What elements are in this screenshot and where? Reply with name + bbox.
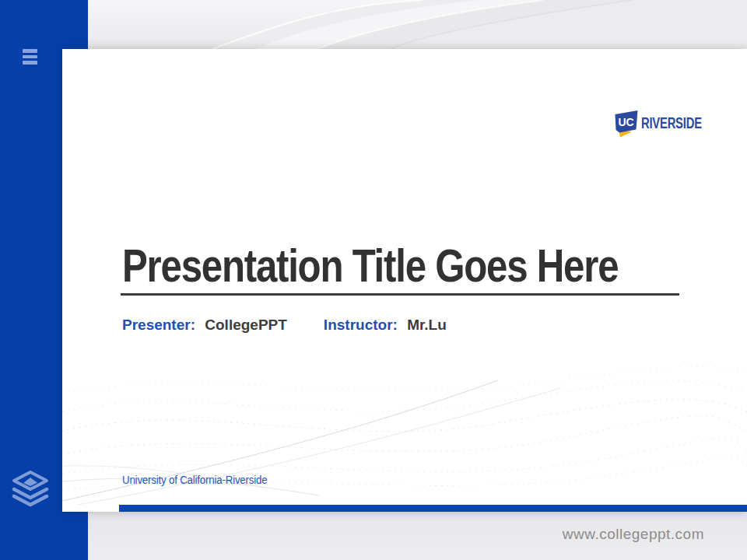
ucr-logo: UC RIVERSIDE	[613, 109, 719, 138]
presentation-title: Presentation Title Goes Here	[122, 243, 618, 289]
stacked-layers-icon	[12, 470, 49, 515]
swoosh-decoration	[88, 0, 747, 49]
institution-text: University of California-Riverside	[122, 474, 267, 486]
presenter-group: Presenter: CollegePPT	[122, 317, 287, 334]
presenter-name: CollegePPT	[205, 317, 287, 333]
presenter-label: Presenter:	[122, 317, 195, 333]
title-underline	[121, 293, 679, 296]
slide-canvas: UC RIVERSIDE Presentation Title Goes Her…	[62, 49, 747, 512]
hamburger-bar	[23, 61, 37, 65]
byline: Presenter: CollegePPT Instructor: Mr.Lu	[122, 317, 447, 334]
ucr-wordmark: RIVERSIDE	[641, 114, 702, 132]
menu-hamburger-icon[interactable]	[23, 49, 37, 67]
footer-bar: www.collegeppt.com	[88, 512, 747, 560]
page: { "sidebar": { "menu_icon": "hamburger-i…	[0, 0, 747, 560]
top-banner-strip	[88, 0, 747, 49]
hamburger-bar	[23, 49, 37, 53]
ucr-shield-text: UC	[619, 116, 634, 128]
instructor-group: Instructor: Mr.Lu	[324, 317, 447, 334]
instructor-label: Instructor:	[324, 317, 398, 333]
slide-bottom-accent-bar	[119, 505, 747, 512]
ucr-shield-icon: UC	[613, 109, 639, 138]
instructor-name: Mr.Lu	[407, 317, 447, 333]
hamburger-bar	[23, 55, 37, 59]
website-url: www.collegeppt.com	[563, 526, 704, 543]
